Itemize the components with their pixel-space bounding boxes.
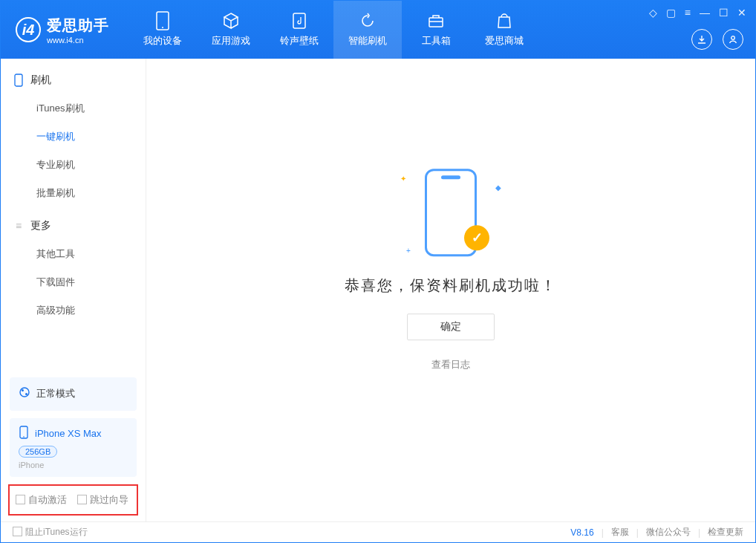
menu-icon[interactable]: ≡	[685, 7, 691, 19]
sparkle-icon: +	[406, 247, 411, 255]
capacity-badge: 256GB	[19, 446, 57, 458]
device-icon	[154, 12, 172, 30]
svg-point-8	[25, 393, 27, 395]
sidebar-item-other[interactable]: 其他工具	[1, 240, 146, 268]
sidebar-item-itunes[interactable]: iTunes刷机	[1, 94, 146, 123]
nav-label: 爱思商城	[485, 34, 524, 48]
bag-icon	[495, 12, 513, 30]
refresh-icon	[359, 12, 377, 30]
nav-tab-store[interactable]: 爱思商城	[470, 1, 538, 59]
sidebar-item-batch[interactable]: 批量刷机	[1, 179, 146, 207]
device-name: iPhone XS Max	[35, 428, 102, 439]
mode-panel[interactable]: 正常模式	[10, 377, 137, 411]
nav-label: 智能刷机	[348, 34, 387, 48]
sparkle-icon: ◆	[495, 183, 501, 192]
footer-left: 阻止iTunes运行	[13, 526, 88, 539]
sidebar-section-header: ≡ 更多	[1, 212, 146, 240]
check-badge-icon: ✓	[464, 225, 489, 250]
auto-activate-checkbox[interactable]: 自动激活	[16, 493, 67, 507]
checkbox-icon	[16, 495, 25, 504]
nav-tab-device[interactable]: 我的设备	[128, 1, 197, 59]
svg-rect-5	[15, 74, 22, 86]
svg-point-7	[22, 389, 24, 391]
minimize-button[interactable]: —	[700, 7, 710, 19]
sparkle-icon: ✦	[400, 175, 406, 183]
device-type: iPhone	[19, 461, 128, 469]
user-icon[interactable]	[723, 29, 743, 50]
nav-label: 铃声壁纸	[280, 34, 319, 48]
mode-icon	[19, 386, 30, 400]
main-content: ✦ ◆ + ✓ 恭喜您，保资料刷机成功啦！ 确定 查看日志	[146, 59, 755, 521]
mode-label: 正常模式	[36, 387, 75, 400]
logo-area: i4 爱思助手 www.i4.cn	[1, 16, 124, 45]
skip-guide-checkbox[interactable]: 跳过向导	[77, 493, 128, 507]
footer-link-wechat[interactable]: 微信公众号	[646, 526, 691, 539]
header-right-icons	[691, 29, 743, 50]
section-title: 更多	[30, 219, 51, 233]
success-illustration: ✦ ◆ + ✓	[399, 169, 503, 258]
sidebar-item-advanced[interactable]: 高级功能	[1, 296, 146, 325]
cube-icon	[222, 12, 240, 30]
download-icon[interactable]	[691, 29, 712, 50]
maximize-button[interactable]: ☐	[719, 7, 729, 19]
logo-icon: i4	[16, 17, 41, 42]
footer-link-support[interactable]: 客服	[611, 526, 629, 539]
nav-label: 我的设备	[143, 34, 182, 48]
phone-flash-icon	[13, 74, 25, 86]
footer-link-update[interactable]: 检查更新	[708, 526, 743, 539]
app-header: i4 爱思助手 www.i4.cn 我的设备 应用游戏 铃声壁纸 智能刷机 工具…	[1, 1, 755, 59]
shirt-icon[interactable]: ◇	[649, 7, 657, 19]
svg-point-6	[20, 388, 29, 397]
sidebar-item-firmware[interactable]: 下载固件	[1, 268, 146, 296]
music-icon	[290, 12, 308, 30]
toolbox-icon	[427, 12, 445, 30]
success-message: 恭喜您，保资料刷机成功啦！	[345, 276, 557, 296]
close-button[interactable]: ✕	[737, 7, 746, 19]
svg-rect-3	[429, 18, 443, 27]
body-area: 刷机 iTunes刷机 一键刷机 专业刷机 批量刷机 ≡ 更多 其他工具 下载固…	[1, 59, 755, 521]
sidebar-item-oneclick[interactable]: 一键刷机	[1, 123, 146, 151]
activation-options-box: 自动激活 跳过向导	[8, 484, 138, 516]
sidebar-section-header: 刷机	[1, 66, 146, 94]
nav-tab-toolbox[interactable]: 工具箱	[402, 1, 470, 59]
sidebar-section-more: ≡ 更多 其他工具 下载固件 高级功能	[1, 212, 146, 325]
window-controls: ◇ ▢ ≡ — ☐ ✕	[649, 7, 746, 19]
logo-text: 爱思助手 www.i4.cn	[47, 16, 109, 45]
sidebar-section-flash: 刷机 iTunes刷机 一键刷机 专业刷机 批量刷机	[1, 66, 146, 207]
nav-label: 应用游戏	[212, 34, 250, 48]
footer: 阻止iTunes运行 V8.16 | 客服 | 微信公众号 | 检查更新	[1, 521, 755, 542]
feedback-icon[interactable]: ▢	[666, 7, 676, 19]
device-panel[interactable]: iPhone XS Max 256GB iPhone	[10, 418, 137, 477]
svg-point-4	[731, 36, 735, 40]
list-icon: ≡	[13, 220, 25, 232]
nav-tab-apps[interactable]: 应用游戏	[197, 1, 265, 59]
sidebar-item-pro[interactable]: 专业刷机	[1, 151, 146, 179]
device-small-icon	[19, 426, 29, 441]
svg-point-10	[23, 436, 25, 438]
success-panel: ✦ ◆ + ✓ 恭喜您，保资料刷机成功啦！ 确定 查看日志	[345, 169, 557, 371]
version-label: V8.16	[570, 527, 593, 538]
checkbox-icon	[77, 495, 87, 504]
app-subtitle: www.i4.cn	[47, 36, 109, 45]
nav-label: 工具箱	[422, 34, 451, 48]
view-log-link[interactable]: 查看日志	[431, 358, 470, 371]
section-title: 刷机	[30, 74, 51, 87]
nav-tabs: 我的设备 应用游戏 铃声壁纸 智能刷机 工具箱 爱思商城	[128, 1, 538, 59]
block-itunes-checkbox[interactable]: 阻止iTunes运行	[13, 526, 88, 539]
sidebar-scroll: 刷机 iTunes刷机 一键刷机 专业刷机 批量刷机 ≡ 更多 其他工具 下载固…	[1, 59, 146, 377]
checkbox-icon	[13, 527, 22, 536]
nav-tab-flash[interactable]: 智能刷机	[333, 1, 402, 59]
sidebar: 刷机 iTunes刷机 一键刷机 专业刷机 批量刷机 ≡ 更多 其他工具 下载固…	[1, 59, 146, 521]
footer-right: V8.16 | 客服 | 微信公众号 | 检查更新	[570, 526, 743, 539]
nav-tab-ringtones[interactable]: 铃声壁纸	[265, 1, 333, 59]
svg-point-1	[162, 27, 163, 28]
app-title: 爱思助手	[47, 16, 109, 36]
ok-button[interactable]: 确定	[407, 313, 495, 340]
